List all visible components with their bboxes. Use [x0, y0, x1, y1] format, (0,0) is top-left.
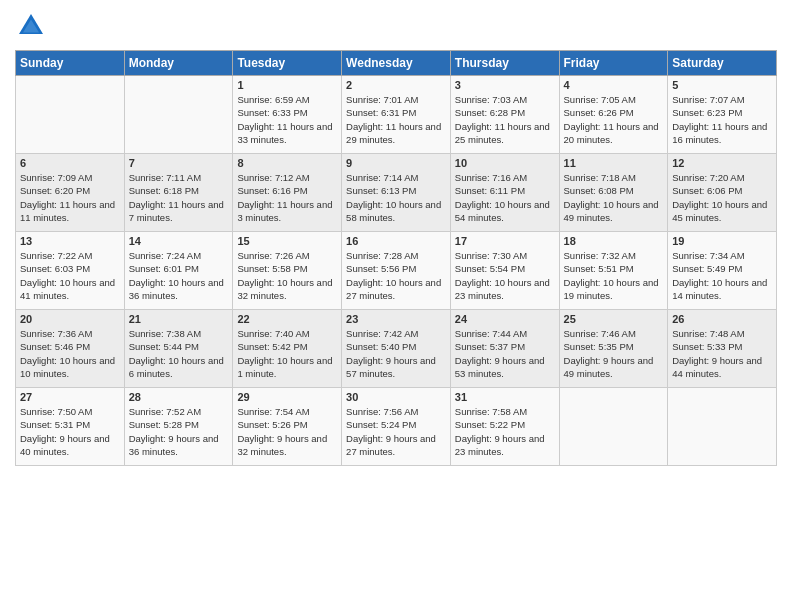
day-number: 8 — [237, 157, 337, 169]
day-cell: 19Sunrise: 7:34 AM Sunset: 5:49 PM Dayli… — [668, 232, 777, 310]
day-info: Sunrise: 7:52 AM Sunset: 5:28 PM Dayligh… — [129, 405, 229, 458]
day-info: Sunrise: 7:54 AM Sunset: 5:26 PM Dayligh… — [237, 405, 337, 458]
day-number: 18 — [564, 235, 664, 247]
week-row-4: 20Sunrise: 7:36 AM Sunset: 5:46 PM Dayli… — [16, 310, 777, 388]
day-info: Sunrise: 7:50 AM Sunset: 5:31 PM Dayligh… — [20, 405, 120, 458]
day-number: 26 — [672, 313, 772, 325]
day-info: Sunrise: 7:30 AM Sunset: 5:54 PM Dayligh… — [455, 249, 555, 302]
day-cell: 18Sunrise: 7:32 AM Sunset: 5:51 PM Dayli… — [559, 232, 668, 310]
day-info: Sunrise: 7:24 AM Sunset: 6:01 PM Dayligh… — [129, 249, 229, 302]
week-row-2: 6Sunrise: 7:09 AM Sunset: 6:20 PM Daylig… — [16, 154, 777, 232]
header-day-friday: Friday — [559, 51, 668, 76]
day-cell: 24Sunrise: 7:44 AM Sunset: 5:37 PM Dayli… — [450, 310, 559, 388]
day-number: 11 — [564, 157, 664, 169]
day-cell: 7Sunrise: 7:11 AM Sunset: 6:18 PM Daylig… — [124, 154, 233, 232]
day-info: Sunrise: 7:42 AM Sunset: 5:40 PM Dayligh… — [346, 327, 446, 380]
day-cell: 22Sunrise: 7:40 AM Sunset: 5:42 PM Dayli… — [233, 310, 342, 388]
day-number: 14 — [129, 235, 229, 247]
day-cell: 20Sunrise: 7:36 AM Sunset: 5:46 PM Dayli… — [16, 310, 125, 388]
day-cell: 9Sunrise: 7:14 AM Sunset: 6:13 PM Daylig… — [342, 154, 451, 232]
day-info: Sunrise: 7:20 AM Sunset: 6:06 PM Dayligh… — [672, 171, 772, 224]
day-number: 23 — [346, 313, 446, 325]
day-cell: 28Sunrise: 7:52 AM Sunset: 5:28 PM Dayli… — [124, 388, 233, 466]
day-info: Sunrise: 7:03 AM Sunset: 6:28 PM Dayligh… — [455, 93, 555, 146]
header-day-tuesday: Tuesday — [233, 51, 342, 76]
day-cell — [124, 76, 233, 154]
day-number: 20 — [20, 313, 120, 325]
day-cell: 11Sunrise: 7:18 AM Sunset: 6:08 PM Dayli… — [559, 154, 668, 232]
day-number: 13 — [20, 235, 120, 247]
day-number: 3 — [455, 79, 555, 91]
day-cell: 12Sunrise: 7:20 AM Sunset: 6:06 PM Dayli… — [668, 154, 777, 232]
day-cell — [668, 388, 777, 466]
day-number: 4 — [564, 79, 664, 91]
day-info: Sunrise: 7:26 AM Sunset: 5:58 PM Dayligh… — [237, 249, 337, 302]
calendar-table: SundayMondayTuesdayWednesdayThursdayFrid… — [15, 50, 777, 466]
day-number: 25 — [564, 313, 664, 325]
day-cell: 23Sunrise: 7:42 AM Sunset: 5:40 PM Dayli… — [342, 310, 451, 388]
day-info: Sunrise: 7:56 AM Sunset: 5:24 PM Dayligh… — [346, 405, 446, 458]
day-info: Sunrise: 7:12 AM Sunset: 6:16 PM Dayligh… — [237, 171, 337, 224]
header-row: SundayMondayTuesdayWednesdayThursdayFrid… — [16, 51, 777, 76]
day-number: 17 — [455, 235, 555, 247]
day-info: Sunrise: 7:58 AM Sunset: 5:22 PM Dayligh… — [455, 405, 555, 458]
day-number: 12 — [672, 157, 772, 169]
day-cell: 15Sunrise: 7:26 AM Sunset: 5:58 PM Dayli… — [233, 232, 342, 310]
day-number: 7 — [129, 157, 229, 169]
day-number: 1 — [237, 79, 337, 91]
day-cell: 2Sunrise: 7:01 AM Sunset: 6:31 PM Daylig… — [342, 76, 451, 154]
day-info: Sunrise: 7:40 AM Sunset: 5:42 PM Dayligh… — [237, 327, 337, 380]
day-number: 5 — [672, 79, 772, 91]
day-number: 10 — [455, 157, 555, 169]
day-info: Sunrise: 7:36 AM Sunset: 5:46 PM Dayligh… — [20, 327, 120, 380]
day-cell: 3Sunrise: 7:03 AM Sunset: 6:28 PM Daylig… — [450, 76, 559, 154]
day-number: 24 — [455, 313, 555, 325]
day-cell: 29Sunrise: 7:54 AM Sunset: 5:26 PM Dayli… — [233, 388, 342, 466]
day-info: Sunrise: 7:34 AM Sunset: 5:49 PM Dayligh… — [672, 249, 772, 302]
header-day-thursday: Thursday — [450, 51, 559, 76]
day-number: 2 — [346, 79, 446, 91]
day-info: Sunrise: 7:48 AM Sunset: 5:33 PM Dayligh… — [672, 327, 772, 380]
day-info: Sunrise: 7:22 AM Sunset: 6:03 PM Dayligh… — [20, 249, 120, 302]
day-cell: 6Sunrise: 7:09 AM Sunset: 6:20 PM Daylig… — [16, 154, 125, 232]
day-cell: 30Sunrise: 7:56 AM Sunset: 5:24 PM Dayli… — [342, 388, 451, 466]
day-cell: 13Sunrise: 7:22 AM Sunset: 6:03 PM Dayli… — [16, 232, 125, 310]
header-day-monday: Monday — [124, 51, 233, 76]
day-number: 31 — [455, 391, 555, 403]
day-cell: 10Sunrise: 7:16 AM Sunset: 6:11 PM Dayli… — [450, 154, 559, 232]
day-cell: 14Sunrise: 7:24 AM Sunset: 6:01 PM Dayli… — [124, 232, 233, 310]
day-info: Sunrise: 6:59 AM Sunset: 6:33 PM Dayligh… — [237, 93, 337, 146]
day-info: Sunrise: 7:28 AM Sunset: 5:56 PM Dayligh… — [346, 249, 446, 302]
day-number: 29 — [237, 391, 337, 403]
day-info: Sunrise: 7:05 AM Sunset: 6:26 PM Dayligh… — [564, 93, 664, 146]
day-cell: 21Sunrise: 7:38 AM Sunset: 5:44 PM Dayli… — [124, 310, 233, 388]
day-number: 22 — [237, 313, 337, 325]
day-cell: 17Sunrise: 7:30 AM Sunset: 5:54 PM Dayli… — [450, 232, 559, 310]
day-number: 16 — [346, 235, 446, 247]
header-day-wednesday: Wednesday — [342, 51, 451, 76]
day-cell: 16Sunrise: 7:28 AM Sunset: 5:56 PM Dayli… — [342, 232, 451, 310]
logo-icon — [15, 10, 47, 42]
week-row-5: 27Sunrise: 7:50 AM Sunset: 5:31 PM Dayli… — [16, 388, 777, 466]
day-info: Sunrise: 7:44 AM Sunset: 5:37 PM Dayligh… — [455, 327, 555, 380]
day-cell: 4Sunrise: 7:05 AM Sunset: 6:26 PM Daylig… — [559, 76, 668, 154]
day-cell — [559, 388, 668, 466]
day-cell: 26Sunrise: 7:48 AM Sunset: 5:33 PM Dayli… — [668, 310, 777, 388]
day-number: 30 — [346, 391, 446, 403]
week-row-3: 13Sunrise: 7:22 AM Sunset: 6:03 PM Dayli… — [16, 232, 777, 310]
day-info: Sunrise: 7:16 AM Sunset: 6:11 PM Dayligh… — [455, 171, 555, 224]
logo — [15, 10, 51, 42]
day-cell: 27Sunrise: 7:50 AM Sunset: 5:31 PM Dayli… — [16, 388, 125, 466]
header-day-sunday: Sunday — [16, 51, 125, 76]
day-info: Sunrise: 7:07 AM Sunset: 6:23 PM Dayligh… — [672, 93, 772, 146]
day-cell: 25Sunrise: 7:46 AM Sunset: 5:35 PM Dayli… — [559, 310, 668, 388]
day-info: Sunrise: 7:18 AM Sunset: 6:08 PM Dayligh… — [564, 171, 664, 224]
day-number: 28 — [129, 391, 229, 403]
day-info: Sunrise: 7:14 AM Sunset: 6:13 PM Dayligh… — [346, 171, 446, 224]
day-info: Sunrise: 7:09 AM Sunset: 6:20 PM Dayligh… — [20, 171, 120, 224]
day-info: Sunrise: 7:01 AM Sunset: 6:31 PM Dayligh… — [346, 93, 446, 146]
day-cell: 8Sunrise: 7:12 AM Sunset: 6:16 PM Daylig… — [233, 154, 342, 232]
day-number: 19 — [672, 235, 772, 247]
day-number: 9 — [346, 157, 446, 169]
day-cell: 5Sunrise: 7:07 AM Sunset: 6:23 PM Daylig… — [668, 76, 777, 154]
